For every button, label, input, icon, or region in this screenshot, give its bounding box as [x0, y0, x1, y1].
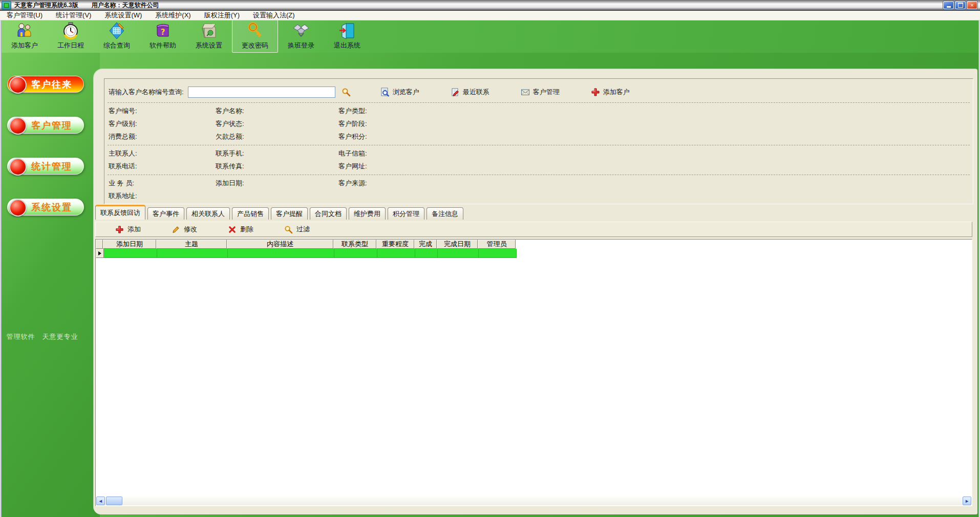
search-magnifier-button[interactable]: [342, 88, 351, 97]
toolbar-system-settings[interactable]: 系统设置: [186, 20, 232, 53]
sidebar: 客户往来 客户管理 统计管理 系统设置 管理软件 天意更专业: [0, 53, 100, 517]
delete-record-button[interactable]: 删除: [225, 224, 257, 234]
tab-points-management[interactable]: 积分管理: [388, 207, 424, 220]
column-header-subject[interactable]: 主题: [156, 240, 227, 249]
button-label: 修改: [184, 225, 197, 234]
field-customer-status-label: 客户状态:: [216, 119, 338, 128]
toolbar-software-help[interactable]: ? 软件帮助: [140, 20, 186, 53]
field-customer-source-label: 客户来源:: [338, 179, 973, 188]
main-toolbar: 添加客户 工作日程 综合查询 ? 软件帮助 系统设置 更改密码 换班登录: [0, 20, 980, 53]
field-customer-type-label: 客户类型:: [338, 106, 973, 116]
customer-manage-button[interactable]: 客户管理: [519, 87, 561, 98]
button-label: 添加客户: [603, 88, 630, 97]
maximize-icon: [958, 3, 963, 8]
toolbar-change-password[interactable]: 更改密码: [232, 20, 278, 53]
menu-customer-management[interactable]: 客户管理(U): [0, 11, 49, 20]
sidebar-item-label: 客户管理: [31, 119, 72, 132]
red-sphere-icon: [9, 76, 27, 94]
main-panel: 请输入客户名称编号查询: 浏览客户 最近联系: [94, 69, 977, 514]
search-input[interactable]: [188, 87, 335, 98]
sidebar-item-label: 系统设置: [31, 201, 72, 213]
exit-system-icon: [338, 22, 356, 39]
tab-maintenance-fees[interactable]: 维护费用: [349, 207, 386, 220]
app-icon: [2, 1, 11, 10]
column-header-done[interactable]: 完成: [414, 240, 437, 249]
column-header-add-date[interactable]: 添加日期: [103, 240, 156, 249]
grid-indicator-header: [96, 240, 103, 249]
horizontal-scrollbar[interactable]: ◂ ▸: [96, 497, 971, 505]
sidebar-item-label: 统计管理: [31, 160, 72, 173]
recent-contact-button[interactable]: 最近联系: [449, 87, 491, 98]
toolbar-shift-login[interactable]: 换班登录: [278, 20, 324, 53]
close-button[interactable]: ×: [967, 1, 977, 9]
recent-contact-icon: [451, 88, 460, 97]
selected-empty-row[interactable]: [96, 249, 972, 258]
tab-related-contacts[interactable]: 相关联系人: [186, 207, 230, 220]
grid-cell: [228, 249, 334, 258]
button-label: 最近联系: [463, 88, 489, 97]
scrollbar-thumb[interactable]: [106, 497, 122, 505]
field-mobile-label: 联系手机:: [216, 149, 338, 158]
browse-customer-icon: [380, 88, 390, 97]
menu-statistics-management[interactable]: 统计管理(V): [49, 11, 98, 20]
column-header-done-date[interactable]: 完成日期: [437, 240, 478, 249]
toolbar-add-customer[interactable]: 添加客户: [2, 20, 48, 53]
tab-customer-events[interactable]: 客户事件: [147, 207, 184, 220]
tab-product-sales[interactable]: 产品销售: [232, 207, 269, 220]
column-header-importance[interactable]: 重要程度: [376, 240, 414, 249]
add-customer-button[interactable]: 添加客户: [589, 87, 631, 98]
svg-text:?: ?: [161, 28, 165, 37]
sidebar-item-customer-contacts[interactable]: 客户往来: [7, 76, 84, 93]
toolbar-work-schedule[interactable]: 工作日程: [48, 20, 94, 53]
filter-record-button[interactable]: 过滤: [281, 224, 313, 234]
scroll-left-button[interactable]: ◂: [96, 497, 105, 505]
browse-customer-button[interactable]: 浏览客户: [379, 87, 421, 98]
edit-record-icon: [172, 225, 180, 234]
column-header-description[interactable]: 内容描述: [227, 240, 333, 249]
field-row: 客户级别: 客户状态: 客户阶段:: [104, 117, 973, 130]
window-title: 天意客户管理系统6.3版: [14, 1, 78, 10]
toolbar-combined-query[interactable]: 综合查询: [94, 20, 140, 53]
menu-input-method[interactable]: 设置输入法(Z): [246, 11, 302, 20]
toolbar-label: 添加客户: [11, 41, 38, 50]
tab-contact-feedback[interactable]: 联系反馈回访: [95, 205, 145, 220]
menu-system-settings[interactable]: 系统设置(W): [98, 11, 148, 20]
add-customer-icon: [16, 22, 33, 39]
tab-remarks[interactable]: 备注信息: [427, 207, 463, 220]
titlebar-user-label: 用户名称：天意软件公司: [92, 1, 159, 10]
customer-manage-icon: [521, 88, 530, 97]
column-header-admin[interactable]: 管理员: [478, 240, 516, 249]
field-customer-stage-label: 客户阶段:: [338, 119, 973, 128]
minimize-button[interactable]: [943, 1, 954, 9]
fields-block-misc: 业 务 员: 添加日期: 客户来源: 联系地址:: [104, 175, 973, 204]
sidebar-item-statistics-management[interactable]: 统计管理: [7, 158, 84, 175]
grid-cell: [334, 249, 377, 258]
search-label: 请输入客户名称编号查询:: [109, 88, 184, 97]
scroll-right-button[interactable]: ▸: [963, 497, 971, 505]
grid-cell: [104, 249, 157, 258]
field-row: 联系地址:: [104, 189, 973, 202]
field-address-label: 联系地址:: [109, 191, 216, 201]
button-label: 删除: [240, 225, 253, 234]
sidebar-item-customer-management[interactable]: 客户管理: [7, 117, 84, 134]
column-header-contact-type[interactable]: 联系类型: [333, 240, 376, 249]
row-indicator-icon: [98, 251, 101, 255]
tab-contract-documents[interactable]: 合同文档: [310, 207, 347, 220]
toolbar-label: 退出系统: [334, 41, 360, 50]
sidebar-item-system-settings[interactable]: 系统设置: [7, 199, 84, 216]
button-label: 客户管理: [533, 88, 560, 97]
maximize-button[interactable]: [955, 1, 966, 9]
toolbar-exit-system[interactable]: 退出系统: [324, 20, 370, 53]
button-label: 过滤: [296, 225, 310, 234]
field-fax-label: 联系传真:: [216, 162, 338, 171]
menu-system-maintenance[interactable]: 系统维护(X): [148, 11, 197, 20]
tab-customer-reminders[interactable]: 客户提醒: [271, 207, 308, 220]
add-record-button[interactable]: 添加: [112, 224, 144, 234]
menu-copyright-register[interactable]: 版权注册(Y): [198, 11, 246, 20]
sidebar-item-label: 客户往来: [31, 78, 72, 91]
red-sphere-icon: [9, 158, 27, 176]
window-controls: ×: [943, 1, 977, 9]
customer-info-box: 请输入客户名称编号查询: 浏览客户 最近联系: [104, 78, 973, 204]
search-row: 请输入客户名称编号查询: 浏览客户 最近联系: [104, 79, 973, 102]
edit-record-button[interactable]: 修改: [168, 224, 200, 234]
